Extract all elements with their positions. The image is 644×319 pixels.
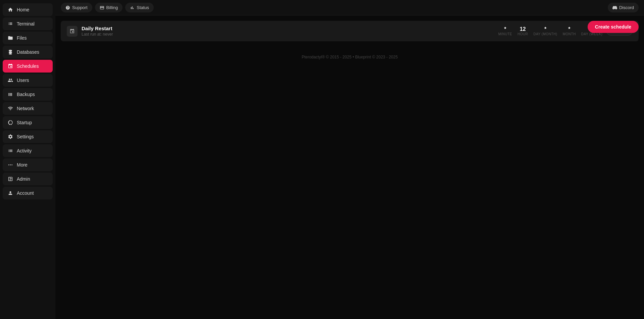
more-icon	[7, 162, 13, 168]
svg-point-1	[10, 165, 11, 166]
sidebar-label-settings: Settings	[17, 134, 34, 139]
sidebar-label-home: Home	[17, 7, 29, 12]
cron-month-value: *	[568, 26, 570, 32]
sidebar-item-files[interactable]: Files	[3, 32, 53, 44]
sidebar-item-network[interactable]: Network	[3, 102, 53, 115]
sidebar-item-users[interactable]: Users	[3, 74, 53, 87]
schedule-row[interactable]: Daily Restart Last run at: never * MINUT…	[61, 21, 639, 41]
sidebar-label-account: Account	[17, 190, 34, 196]
page-content: Daily Restart Last run at: never * MINUT…	[55, 15, 644, 319]
schedule-name: Daily Restart	[82, 26, 494, 31]
schedule-last-run: Last run at: never	[82, 32, 494, 37]
sidebar-label-schedules: Schedules	[17, 63, 39, 69]
cron-day-month-value: *	[544, 26, 546, 32]
sidebar-item-terminal[interactable]: Terminal	[3, 17, 53, 30]
sidebar-label-users: Users	[17, 78, 29, 83]
schedule-cron: * MINUTE 12 HOUR * DAY (MONTH) * MONTH *	[498, 26, 603, 36]
cron-day-month-label: DAY (MONTH)	[533, 32, 557, 36]
startup-icon	[7, 120, 13, 126]
sidebar-item-admin[interactable]: Admin	[3, 173, 53, 185]
status-icon	[130, 5, 135, 10]
cron-hour-value: 12	[520, 26, 526, 32]
sidebar-item-startup[interactable]: Startup	[3, 116, 53, 129]
sidebar-label-backups: Backups	[17, 92, 35, 97]
billing-icon	[100, 5, 104, 10]
sidebar: Home Terminal Files Databases Schedules …	[0, 0, 55, 319]
svg-point-0	[8, 165, 9, 166]
backups-icon	[7, 91, 13, 97]
activity-icon	[7, 148, 13, 154]
support-label: Support	[72, 5, 88, 10]
main-content: Support Billing Status Discord	[55, 0, 644, 319]
sidebar-item-databases[interactable]: Databases	[3, 46, 53, 58]
schedules-icon	[7, 63, 13, 69]
cron-hour-label: HOUR	[517, 32, 528, 36]
status-label: Status	[137, 5, 149, 10]
discord-button[interactable]: Discord	[608, 3, 639, 12]
svg-point-2	[11, 165, 12, 166]
admin-icon	[7, 176, 13, 182]
sidebar-label-terminal: Terminal	[17, 21, 35, 27]
status-button[interactable]: Status	[125, 3, 154, 12]
sidebar-label-files: Files	[17, 35, 27, 41]
billing-button[interactable]: Billing	[95, 3, 123, 12]
terminal-icon	[7, 21, 13, 27]
sidebar-label-admin: Admin	[17, 176, 30, 182]
support-icon	[65, 5, 70, 10]
sidebar-label-activity: Activity	[17, 148, 32, 153]
settings-icon	[7, 134, 13, 140]
sidebar-label-network: Network	[17, 106, 34, 111]
sidebar-label-more: More	[17, 162, 28, 168]
support-button[interactable]: Support	[61, 3, 92, 12]
footer: Pterodactyl® © 2015 - 2025 • Blueprint ©…	[61, 41, 639, 65]
cron-minute: * MINUTE	[498, 26, 512, 36]
cron-month: * MONTH	[563, 26, 576, 36]
sidebar-item-home[interactable]: Home	[3, 3, 53, 16]
users-icon	[7, 77, 13, 83]
cron-minute-label: MINUTE	[498, 32, 512, 36]
sidebar-item-activity[interactable]: Activity	[3, 144, 53, 157]
sidebar-item-schedules[interactable]: Schedules	[3, 60, 53, 73]
cron-hour: 12 HOUR	[517, 26, 528, 36]
sidebar-item-account[interactable]: Account	[3, 187, 53, 199]
cron-month-label: MONTH	[563, 32, 576, 36]
create-schedule-button[interactable]: Create schedule	[588, 21, 639, 33]
databases-icon	[7, 49, 13, 55]
sidebar-item-backups[interactable]: Backups	[3, 88, 53, 101]
home-icon	[7, 7, 13, 13]
footer-text: Pterodactyl® © 2015 - 2025 • Blueprint ©…	[302, 55, 398, 59]
sidebar-label-startup: Startup	[17, 120, 32, 125]
sidebar-item-settings[interactable]: Settings	[3, 130, 53, 143]
sidebar-label-databases: Databases	[17, 49, 39, 55]
cron-minute-value: *	[504, 26, 506, 32]
schedule-row-icon	[67, 26, 78, 37]
discord-label: Discord	[619, 5, 634, 10]
account-icon	[7, 190, 13, 196]
top-navigation: Support Billing Status Discord	[55, 0, 644, 15]
schedule-info: Daily Restart Last run at: never	[82, 26, 494, 37]
discord-icon	[612, 5, 617, 10]
files-icon	[7, 35, 13, 41]
network-icon	[7, 105, 13, 111]
cron-day-month: * DAY (MONTH)	[533, 26, 557, 36]
sidebar-item-more[interactable]: More	[3, 158, 53, 171]
billing-label: Billing	[106, 5, 118, 10]
